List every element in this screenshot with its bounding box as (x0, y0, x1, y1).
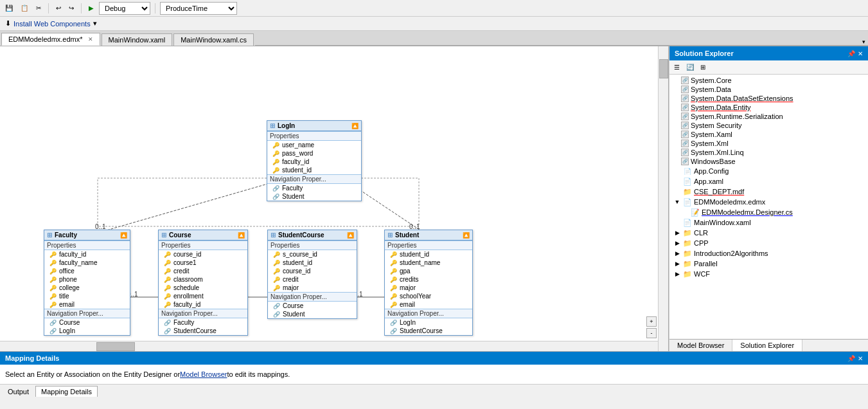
designer-canvas[interactable]: + - 0..1 0..1 0..1 0..1 0..1 ⊞ Log (0, 46, 669, 351)
clr-icon: 📁 (683, 228, 692, 237)
entity-student[interactable]: ⊞ Student 🔼 Properties 🔑student_id 🔑stud… (384, 230, 473, 336)
faculty-nav-header: Navigation Proper... (44, 309, 130, 318)
run-btn[interactable]: ▶ (86, 3, 96, 13)
faculty-prop-email: 🔑email (44, 300, 130, 309)
faculty-nav-course: 🔗Course (44, 318, 130, 327)
login-prop-username: 🔑user_name (267, 141, 361, 149)
output-tab-output[interactable]: Output (3, 386, 34, 397)
tree-item-csedept[interactable]: 📁 CSE_DEPT.mdf (671, 186, 867, 197)
solution-tree[interactable]: 🔗 System.Core 🔗 System.Data 🔗 System.Dat… (669, 75, 868, 339)
parallel-expand[interactable]: ▶ (673, 260, 681, 267)
tree-item-appxaml[interactable]: 📄 App.xaml (671, 176, 867, 186)
wcf-expand[interactable]: ▶ (673, 271, 681, 277)
tree-item-system-data-dse[interactable]: 🔗 System.Data.DataSetExtensions (671, 94, 867, 103)
sol-btn-refresh[interactable]: 🔄 (684, 62, 696, 72)
zoom-in-btn[interactable]: + (646, 316, 657, 327)
panel-tab-solution-explorer[interactable]: Solution Explorer (732, 340, 802, 351)
ref-icon-system-xaml: 🔗 (681, 131, 689, 138)
panel-tab-model-browser[interactable]: Model Browser (669, 340, 732, 351)
tree-item-system-xaml[interactable]: 🔗 System.Xaml (671, 130, 867, 139)
vscroll-thumb[interactable] (659, 59, 668, 78)
course-props-header: Properties (159, 241, 247, 250)
tree-item-edmx[interactable]: ▼ 📄 EDMModeledmx.edmx (671, 197, 867, 207)
intro2algo-expand[interactable]: ▶ (673, 250, 681, 257)
tree-item-wcf[interactable]: ▶ 📁 WCF (671, 269, 867, 279)
edmx-expand[interactable]: ▼ (673, 199, 681, 205)
tab-edmx-close[interactable]: ✕ (88, 36, 93, 42)
tree-item-windowsbase[interactable]: 🔗 WindowsBase (671, 157, 867, 166)
redo-btn[interactable]: ↪ (66, 3, 76, 13)
canvas-vscroll[interactable] (658, 46, 668, 351)
toolbar-btn-3[interactable]: ✂ (33, 3, 44, 13)
toolbar-sep-2 (81, 3, 82, 14)
canvas-hscroll[interactable] (0, 341, 658, 351)
entity-faculty[interactable]: ⊞ Faculty 🔼 Properties 🔑faculty_id 🔑facu… (44, 230, 130, 336)
entity-course[interactable]: ⊞ Course 🔼 Properties 🔑course_id 🔑course… (158, 230, 248, 336)
tree-item-clr[interactable]: ▶ 📁 CLR (671, 228, 867, 238)
tree-label-wcf: WCF (694, 270, 710, 278)
sol-btn-expand[interactable]: ⊞ (698, 62, 708, 72)
sc-nav-course: 🔗Course (268, 302, 357, 310)
toolbar-sep-1 (48, 3, 49, 14)
tree-label-clr: CLR (694, 229, 708, 237)
tree-item-system-data[interactable]: 🔗 System.Data (671, 85, 867, 94)
sc-prop-scid: 🔑s_course_id (268, 250, 357, 259)
cpp-expand[interactable]: ▶ (673, 240, 681, 246)
tab-edmx-label: EDMModeledmx.edmx* (8, 35, 83, 43)
tree-label-system-data-dse: System.Data.DataSetExtensions (691, 95, 793, 102)
tree-item-appconfig[interactable]: 📄 App.Config (671, 166, 867, 176)
toolbar-btn-1[interactable]: 💾 (3, 3, 15, 13)
tree-label-system-data-entity: System.Data.Entity (691, 104, 751, 111)
tree-item-cpp[interactable]: ▶ 📁 CPP (671, 238, 867, 248)
install-link[interactable]: Install Web Components (13, 20, 91, 28)
install-arrow[interactable]: ▾ (93, 19, 97, 28)
sc-prop-major: 🔑major (268, 284, 357, 292)
tree-label-mainwindow: MainWindow.xaml (694, 219, 751, 226)
login-nav-faculty: 🔗Faculty (267, 184, 361, 192)
student-prop-credits: 🔑credits (385, 275, 472, 284)
student-prop-year: 🔑schoolYear (385, 292, 472, 300)
toolbar-btn-2[interactable]: 📋 (18, 3, 31, 13)
output-tab-mapping[interactable]: Mapping Details (35, 386, 98, 397)
course-prop-id: 🔑course_id (159, 250, 247, 259)
tree-item-system-core[interactable]: 🔗 System.Core (671, 76, 867, 85)
entity-faculty-title: Faculty (55, 232, 77, 239)
faculty-prop-title: 🔑title (44, 292, 130, 300)
clr-expand[interactable]: ▶ (673, 230, 681, 236)
faculty-nav-login: 🔗LogIn (44, 327, 130, 335)
intro2algo-icon: 📁 (683, 249, 692, 258)
course-prop-schedule: 🔑schedule (159, 284, 247, 292)
mapping-model-browser-link[interactable]: Model Browser (180, 370, 227, 378)
hscroll-thumb[interactable] (96, 342, 135, 351)
faculty-prop-college: 🔑college (44, 284, 130, 292)
entity-student-title: Student (395, 232, 419, 239)
mapping-close-btn[interactable]: ✕ (858, 355, 863, 362)
tab-mainxaml[interactable]: MainWindow.xaml (102, 33, 173, 46)
tab-mainxamlcs[interactable]: MainWindow.xaml.cs (173, 33, 254, 46)
faculty-prop-name: 🔑faculty_name (44, 259, 130, 267)
project-dropdown[interactable]: ProduceTime (160, 2, 237, 15)
tree-item-edmx-designer[interactable]: 📝 EDMModeledmx.Designer.cs (671, 207, 867, 217)
sol-btn-properties[interactable]: ☰ (671, 62, 682, 72)
debug-dropdown[interactable]: Debug (99, 2, 150, 15)
tree-item-system-security[interactable]: 🔗 System Security (671, 121, 867, 130)
tree-item-parallel[interactable]: ▶ 📁 Parallel (671, 259, 867, 269)
ref-icon-windowsbase: 🔗 (681, 158, 689, 165)
ref-icon-system-data: 🔗 (681, 86, 689, 93)
tree-item-mainwindow[interactable]: 📄 MainWindow.xaml (671, 217, 867, 228)
tree-item-intro2algo[interactable]: ▶ 📁 Introduction2Algorithms (671, 248, 867, 259)
entity-studentcourse[interactable]: ⊞ StudentCourse 🔼 Properties 🔑s_course_i… (267, 230, 357, 319)
panel-close-btn[interactable]: ✕ (858, 50, 863, 57)
mapping-pin-btn[interactable]: 📌 (847, 355, 855, 362)
zoom-out-btn[interactable]: - (646, 328, 657, 338)
tree-item-system-xml[interactable]: 🔗 System.Xml (671, 139, 867, 148)
tree-item-system-runtime[interactable]: 🔗 System.Runtime.Serialization (671, 112, 867, 121)
undo-btn[interactable]: ↩ (53, 3, 64, 13)
entity-login-header: ⊞ LogIn 🔼 (267, 121, 361, 131)
panel-pin-btn[interactable]: 📌 (847, 50, 855, 57)
tree-item-system-xml-linq[interactable]: 🔗 System.Xml.Linq (671, 148, 867, 157)
tab-scroll-btn[interactable]: ▾ (862, 39, 865, 45)
tab-edmx[interactable]: EDMModeledmx.edmx* ✕ (1, 33, 100, 46)
tree-item-system-data-entity[interactable]: 🔗 System.Data.Entity (671, 103, 867, 112)
entity-login[interactable]: ⊞ LogIn 🔼 Properties 🔑user_name 🔑pass_wo… (267, 120, 362, 201)
